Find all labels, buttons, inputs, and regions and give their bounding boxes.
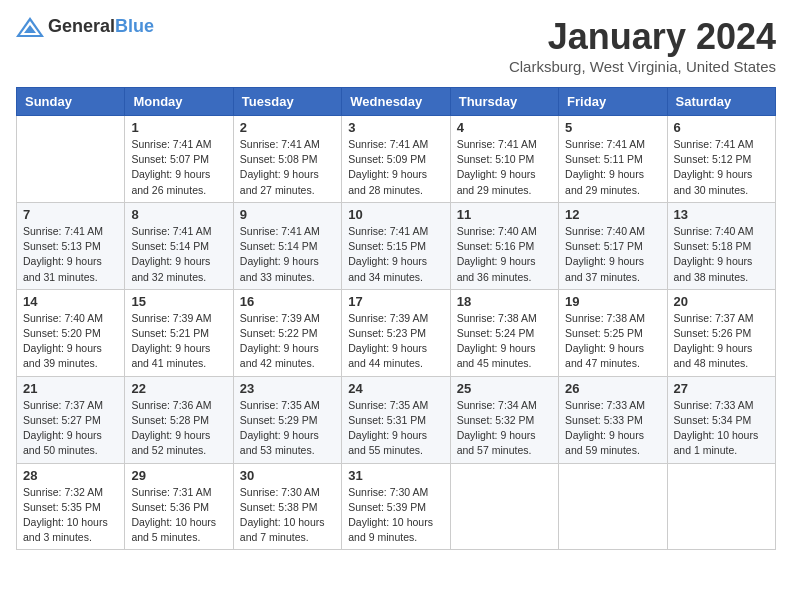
calendar-cell (17, 116, 125, 203)
day-number: 26 (565, 381, 660, 396)
day-number: 14 (23, 294, 118, 309)
cell-info: Sunrise: 7:40 AM Sunset: 5:18 PM Dayligh… (674, 224, 769, 285)
day-number: 3 (348, 120, 443, 135)
cell-info: Sunrise: 7:41 AM Sunset: 5:14 PM Dayligh… (240, 224, 335, 285)
cell-info: Sunrise: 7:41 AM Sunset: 5:12 PM Dayligh… (674, 137, 769, 198)
cell-info: Sunrise: 7:32 AM Sunset: 5:35 PM Dayligh… (23, 485, 118, 546)
calendar-cell: 29Sunrise: 7:31 AM Sunset: 5:36 PM Dayli… (125, 463, 233, 550)
calendar-cell: 11Sunrise: 7:40 AM Sunset: 5:16 PM Dayli… (450, 202, 558, 289)
day-number: 25 (457, 381, 552, 396)
calendar-cell: 8Sunrise: 7:41 AM Sunset: 5:14 PM Daylig… (125, 202, 233, 289)
day-number: 30 (240, 468, 335, 483)
day-number: 21 (23, 381, 118, 396)
calendar-cell: 19Sunrise: 7:38 AM Sunset: 5:25 PM Dayli… (559, 289, 667, 376)
cell-info: Sunrise: 7:40 AM Sunset: 5:20 PM Dayligh… (23, 311, 118, 372)
cell-info: Sunrise: 7:35 AM Sunset: 5:31 PM Dayligh… (348, 398, 443, 459)
cell-info: Sunrise: 7:40 AM Sunset: 5:17 PM Dayligh… (565, 224, 660, 285)
day-number: 15 (131, 294, 226, 309)
weekday-header-wednesday: Wednesday (342, 88, 450, 116)
weekday-header-saturday: Saturday (667, 88, 775, 116)
cell-info: Sunrise: 7:41 AM Sunset: 5:07 PM Dayligh… (131, 137, 226, 198)
cell-info: Sunrise: 7:41 AM Sunset: 5:13 PM Dayligh… (23, 224, 118, 285)
calendar-cell: 15Sunrise: 7:39 AM Sunset: 5:21 PM Dayli… (125, 289, 233, 376)
calendar-cell: 18Sunrise: 7:38 AM Sunset: 5:24 PM Dayli… (450, 289, 558, 376)
calendar-cell (667, 463, 775, 550)
day-number: 5 (565, 120, 660, 135)
calendar-cell: 16Sunrise: 7:39 AM Sunset: 5:22 PM Dayli… (233, 289, 341, 376)
cell-info: Sunrise: 7:37 AM Sunset: 5:27 PM Dayligh… (23, 398, 118, 459)
cell-info: Sunrise: 7:41 AM Sunset: 5:08 PM Dayligh… (240, 137, 335, 198)
day-number: 28 (23, 468, 118, 483)
calendar-cell: 17Sunrise: 7:39 AM Sunset: 5:23 PM Dayli… (342, 289, 450, 376)
calendar-cell: 9Sunrise: 7:41 AM Sunset: 5:14 PM Daylig… (233, 202, 341, 289)
day-number: 29 (131, 468, 226, 483)
calendar-cell: 30Sunrise: 7:30 AM Sunset: 5:38 PM Dayli… (233, 463, 341, 550)
calendar-cell: 5Sunrise: 7:41 AM Sunset: 5:11 PM Daylig… (559, 116, 667, 203)
calendar-week-row: 28Sunrise: 7:32 AM Sunset: 5:35 PM Dayli… (17, 463, 776, 550)
day-number: 13 (674, 207, 769, 222)
calendar-table: SundayMondayTuesdayWednesdayThursdayFrid… (16, 87, 776, 550)
month-title: January 2024 (509, 16, 776, 58)
calendar-cell: 20Sunrise: 7:37 AM Sunset: 5:26 PM Dayli… (667, 289, 775, 376)
cell-info: Sunrise: 7:41 AM Sunset: 5:14 PM Dayligh… (131, 224, 226, 285)
cell-info: Sunrise: 7:40 AM Sunset: 5:16 PM Dayligh… (457, 224, 552, 285)
cell-info: Sunrise: 7:39 AM Sunset: 5:22 PM Dayligh… (240, 311, 335, 372)
calendar-cell: 13Sunrise: 7:40 AM Sunset: 5:18 PM Dayli… (667, 202, 775, 289)
day-number: 6 (674, 120, 769, 135)
cell-info: Sunrise: 7:41 AM Sunset: 5:15 PM Dayligh… (348, 224, 443, 285)
day-number: 23 (240, 381, 335, 396)
cell-info: Sunrise: 7:36 AM Sunset: 5:28 PM Dayligh… (131, 398, 226, 459)
day-number: 2 (240, 120, 335, 135)
day-number: 24 (348, 381, 443, 396)
calendar-week-row: 21Sunrise: 7:37 AM Sunset: 5:27 PM Dayli… (17, 376, 776, 463)
day-number: 12 (565, 207, 660, 222)
cell-info: Sunrise: 7:30 AM Sunset: 5:39 PM Dayligh… (348, 485, 443, 546)
cell-info: Sunrise: 7:41 AM Sunset: 5:10 PM Dayligh… (457, 137, 552, 198)
day-number: 4 (457, 120, 552, 135)
day-number: 31 (348, 468, 443, 483)
cell-info: Sunrise: 7:38 AM Sunset: 5:25 PM Dayligh… (565, 311, 660, 372)
calendar-week-row: 14Sunrise: 7:40 AM Sunset: 5:20 PM Dayli… (17, 289, 776, 376)
day-number: 18 (457, 294, 552, 309)
calendar-cell (559, 463, 667, 550)
logo-blue: Blue (115, 16, 154, 36)
day-number: 9 (240, 207, 335, 222)
calendar-cell: 27Sunrise: 7:33 AM Sunset: 5:34 PM Dayli… (667, 376, 775, 463)
day-number: 22 (131, 381, 226, 396)
calendar-cell: 14Sunrise: 7:40 AM Sunset: 5:20 PM Dayli… (17, 289, 125, 376)
cell-info: Sunrise: 7:35 AM Sunset: 5:29 PM Dayligh… (240, 398, 335, 459)
weekday-header-monday: Monday (125, 88, 233, 116)
title-area: January 2024 Clarksburg, West Virginia, … (509, 16, 776, 75)
page-header: GeneralBlue January 2024 Clarksburg, Wes… (16, 16, 776, 75)
weekday-header-tuesday: Tuesday (233, 88, 341, 116)
weekday-header-friday: Friday (559, 88, 667, 116)
cell-info: Sunrise: 7:41 AM Sunset: 5:09 PM Dayligh… (348, 137, 443, 198)
day-number: 8 (131, 207, 226, 222)
cell-info: Sunrise: 7:34 AM Sunset: 5:32 PM Dayligh… (457, 398, 552, 459)
calendar-cell: 26Sunrise: 7:33 AM Sunset: 5:33 PM Dayli… (559, 376, 667, 463)
day-number: 27 (674, 381, 769, 396)
calendar-week-row: 7Sunrise: 7:41 AM Sunset: 5:13 PM Daylig… (17, 202, 776, 289)
calendar-cell: 2Sunrise: 7:41 AM Sunset: 5:08 PM Daylig… (233, 116, 341, 203)
cell-info: Sunrise: 7:37 AM Sunset: 5:26 PM Dayligh… (674, 311, 769, 372)
calendar-cell: 3Sunrise: 7:41 AM Sunset: 5:09 PM Daylig… (342, 116, 450, 203)
day-number: 7 (23, 207, 118, 222)
weekday-header-row: SundayMondayTuesdayWednesdayThursdayFrid… (17, 88, 776, 116)
logo: GeneralBlue (16, 16, 154, 37)
cell-info: Sunrise: 7:41 AM Sunset: 5:11 PM Dayligh… (565, 137, 660, 198)
calendar-cell: 23Sunrise: 7:35 AM Sunset: 5:29 PM Dayli… (233, 376, 341, 463)
day-number: 10 (348, 207, 443, 222)
weekday-header-thursday: Thursday (450, 88, 558, 116)
calendar-cell: 12Sunrise: 7:40 AM Sunset: 5:17 PM Dayli… (559, 202, 667, 289)
calendar-cell: 31Sunrise: 7:30 AM Sunset: 5:39 PM Dayli… (342, 463, 450, 550)
calendar-cell: 24Sunrise: 7:35 AM Sunset: 5:31 PM Dayli… (342, 376, 450, 463)
logo-general: General (48, 16, 115, 36)
calendar-week-row: 1Sunrise: 7:41 AM Sunset: 5:07 PM Daylig… (17, 116, 776, 203)
cell-info: Sunrise: 7:33 AM Sunset: 5:34 PM Dayligh… (674, 398, 769, 459)
calendar-cell: 7Sunrise: 7:41 AM Sunset: 5:13 PM Daylig… (17, 202, 125, 289)
cell-info: Sunrise: 7:39 AM Sunset: 5:21 PM Dayligh… (131, 311, 226, 372)
day-number: 1 (131, 120, 226, 135)
cell-info: Sunrise: 7:39 AM Sunset: 5:23 PM Dayligh… (348, 311, 443, 372)
calendar-cell: 6Sunrise: 7:41 AM Sunset: 5:12 PM Daylig… (667, 116, 775, 203)
cell-info: Sunrise: 7:30 AM Sunset: 5:38 PM Dayligh… (240, 485, 335, 546)
